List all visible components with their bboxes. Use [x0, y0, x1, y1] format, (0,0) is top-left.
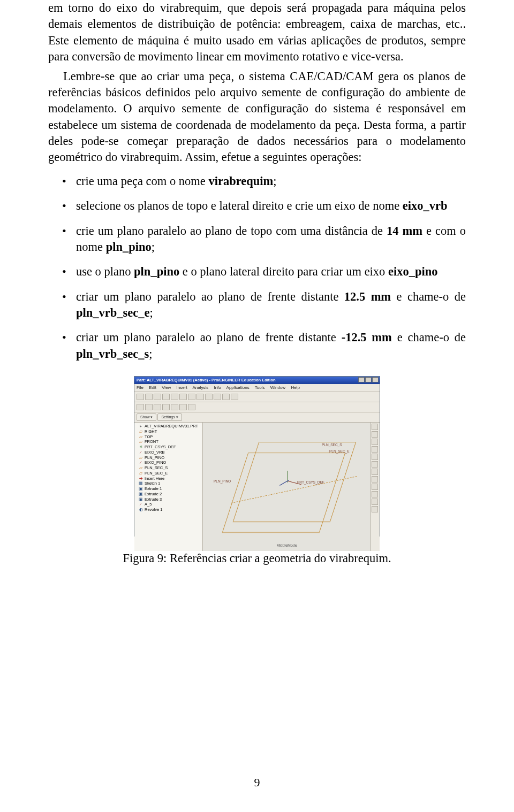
tree-label: Extrude 1	[145, 486, 162, 492]
toolbar-button[interactable]	[205, 394, 213, 400]
toolbar-button[interactable]	[372, 439, 378, 445]
canvas-status: MiddleMode	[276, 543, 297, 548]
toolbar-button[interactable]	[188, 404, 195, 410]
li-text: ;	[152, 240, 155, 254]
close-icon[interactable]	[372, 377, 379, 382]
tree-label: Extrude 3	[145, 497, 162, 502]
tree-item[interactable]: ▦Sketch 1	[139, 481, 201, 486]
toolbar-button[interactable]	[162, 404, 170, 410]
tree-item[interactable]: ▱TOP	[139, 434, 201, 440]
toolbar-button[interactable]	[372, 499, 378, 505]
sketch-icon: ▦	[139, 481, 143, 486]
li-text: ;	[150, 306, 153, 319]
li-text: ;	[273, 174, 276, 188]
tree-insert-marker[interactable]: ➔Insert Here	[139, 476, 201, 481]
plane-icon: ▱	[139, 429, 143, 434]
tree-item[interactable]: ▣Extrude 1	[139, 486, 201, 492]
toolbar-button[interactable]	[154, 404, 161, 410]
list-item: criar um plano paralelo ao plano de fren…	[76, 330, 466, 362]
settings-dropdown[interactable]: Settings ▾	[157, 413, 182, 421]
extrude-icon: ▣	[139, 492, 143, 497]
tree-item[interactable]: ▱RIGHT	[139, 429, 201, 434]
window-titlebar: Part: ALT_VIRABREQUIMV01 (Active) - Pro/…	[134, 377, 380, 384]
toolbar-button[interactable]	[179, 404, 187, 410]
menu-item[interactable]: View	[162, 385, 171, 390]
tree-item[interactable]: ✳PRT_CSYS_DEF	[139, 445, 201, 450]
show-dropdown[interactable]: Show ▾	[137, 413, 156, 421]
tree-item[interactable]: ⁄EIXO_VRB	[139, 450, 201, 455]
menu-item[interactable]: Tools	[255, 385, 265, 390]
toolbar-button[interactable]	[372, 484, 378, 490]
tree-root[interactable]: ▸ALT_VIRABREQUIMV01.PRT	[139, 424, 201, 429]
menu-item[interactable]: File	[137, 385, 143, 390]
menu-item[interactable]: Insert	[177, 385, 187, 390]
tree-item[interactable]: ⁄A_5	[139, 502, 201, 507]
li-bold: pln_vrb_sec_s	[76, 347, 149, 361]
menu-item[interactable]: Help	[291, 385, 299, 390]
expand-icon: ▸	[139, 424, 143, 429]
toolbar-button[interactable]	[372, 491, 378, 497]
tree-item[interactable]: ▱PLN_PINO	[139, 455, 201, 461]
toolbar-button[interactable]	[372, 476, 378, 482]
tree-item[interactable]: ▣Extrude 2	[139, 492, 201, 497]
li-bold: pln_vrb_sec_e	[76, 306, 150, 319]
toolbar-button[interactable]	[162, 394, 170, 400]
plane-label: PLN_SEC_E	[329, 449, 350, 454]
maximize-icon[interactable]	[365, 377, 372, 382]
toolbar-button[interactable]	[231, 394, 238, 400]
tree-item[interactable]: ◐Revolve 1	[139, 507, 201, 512]
toolbar-row-2	[134, 402, 380, 412]
menu-item[interactable]: Info	[214, 385, 221, 390]
csys-icon: ✳	[139, 445, 143, 450]
tree-label: EIXO_VRB	[145, 450, 165, 455]
toolbar-button[interactable]	[154, 394, 161, 400]
minimize-icon[interactable]	[358, 377, 365, 382]
toolbar-button[interactable]	[372, 461, 378, 468]
toolbar-button[interactable]	[372, 469, 378, 475]
menu-item[interactable]: Edit	[149, 385, 156, 390]
toolbar-button[interactable]	[137, 404, 144, 410]
toolbar-button[interactable]	[137, 394, 144, 400]
tree-item[interactable]: ▱PLN_SEC_E	[139, 471, 201, 476]
toolbar-button[interactable]	[372, 446, 378, 453]
toolbar-button[interactable]	[171, 394, 178, 400]
toolbar-button[interactable]	[372, 506, 378, 512]
model-tree[interactable]: ▸ALT_VIRABREQUIMV01.PRT ▱RIGHT ▱TOP ▱FRO…	[134, 423, 203, 551]
model-canvas[interactable]: PLN_PINO PRT_CSYS_DEF PLN_SEC_S PLN_SEC_…	[203, 423, 371, 551]
tree-label: EIXO_PINO	[145, 460, 166, 465]
tree-item[interactable]: ⁄EIXO_PINO	[139, 460, 201, 465]
toolbar-button[interactable]	[171, 404, 178, 410]
tree-label: Revolve 1	[145, 507, 162, 512]
tree-item[interactable]: ▱PLN_SEC_S	[139, 465, 201, 471]
li-text: e o plano lateral direito para criar um …	[179, 265, 388, 278]
toolbar-button[interactable]	[372, 454, 378, 460]
toolbar-button[interactable]	[372, 431, 378, 438]
page-number: 9	[0, 775, 514, 791]
li-bold: pln_pino	[106, 240, 152, 254]
menu-bar: File Edit View Insert Analysis Info Appl…	[134, 384, 380, 392]
toolbar-button[interactable]	[214, 394, 221, 400]
toolbar-button[interactable]	[179, 394, 187, 400]
toolbar-button[interactable]	[188, 394, 195, 400]
tree-item[interactable]: ▱FRONT	[139, 439, 201, 445]
tree-label: TOP	[145, 434, 153, 440]
tree-item[interactable]: ▣Extrude 3	[139, 497, 201, 502]
tree-label: PRT_CSYS_DEF	[145, 445, 176, 450]
li-text: e chame-o de	[391, 290, 466, 303]
plane-icon: ▱	[139, 471, 143, 476]
menu-item[interactable]: Analysis	[192, 385, 208, 390]
menu-item[interactable]: Window	[270, 385, 285, 390]
li-bold: eixo_pino	[388, 265, 438, 278]
toolbar-row-3: Show ▾ Settings ▾	[134, 412, 380, 423]
li-text: crie uma peça com o nome	[76, 174, 208, 188]
list-item: selecione os planos de topo e lateral di…	[76, 198, 466, 214]
vertical-toolbar	[371, 423, 380, 551]
toolbar-button[interactable]	[196, 394, 204, 400]
toolbar-button[interactable]	[145, 394, 153, 400]
toolbar-button[interactable]	[145, 404, 153, 410]
tree-label: ALT_VIRABREQUIMV01.PRT	[145, 424, 198, 429]
toolbar-button[interactable]	[222, 394, 230, 400]
menu-item[interactable]: Applications	[226, 385, 250, 390]
li-text: crie um plano paralelo ao plano de topo …	[76, 224, 387, 238]
toolbar-button[interactable]	[372, 424, 378, 430]
